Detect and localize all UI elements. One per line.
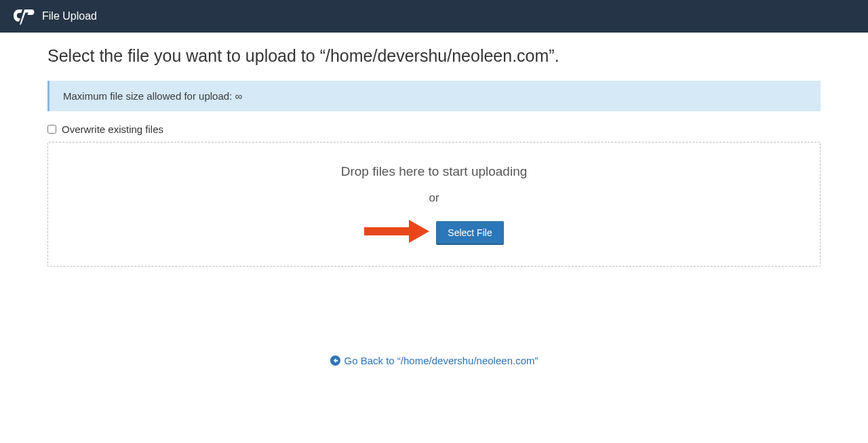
app-header: File Upload (0, 0, 868, 33)
go-back-link[interactable]: Go Back to “/home/devershu/neoleen.com” (330, 355, 538, 366)
go-back-label: Go Back to “/home/devershu/neoleen.com” (344, 355, 538, 366)
dropzone-text: Drop files here to start uploading (62, 164, 806, 179)
select-row: Select File (364, 218, 503, 247)
header-title: File Upload (42, 10, 97, 22)
annotation-arrow-icon (364, 218, 429, 247)
svg-marker-1 (409, 220, 429, 243)
arrow-left-circle-icon (330, 355, 340, 366)
main-content: Select the file you want to upload to “/… (0, 33, 868, 368)
or-text: or (62, 191, 806, 205)
cpanel-logo-icon (12, 7, 35, 26)
select-file-button[interactable]: Select File (436, 221, 503, 245)
overwrite-checkbox[interactable] (47, 125, 56, 134)
svg-rect-0 (364, 227, 409, 235)
overwrite-row: Overwrite existing files (47, 123, 821, 135)
file-dropzone[interactable]: Drop files here to start uploading or Se… (47, 142, 821, 267)
overwrite-label[interactable]: Overwrite existing files (62, 123, 163, 135)
page-heading: Select the file you want to upload to “/… (47, 46, 821, 66)
info-banner: Maximum file size allowed for upload: ∞ (47, 81, 821, 111)
go-back-row: Go Back to “/home/devershu/neoleen.com” (47, 355, 821, 368)
